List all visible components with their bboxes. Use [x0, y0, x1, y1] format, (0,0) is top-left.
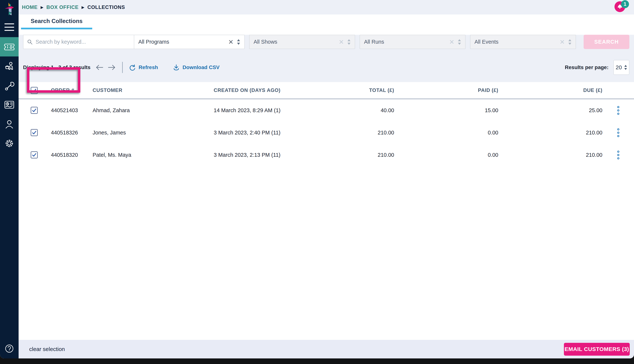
download-icon [173, 64, 180, 71]
created-on: 3 March 2023, 2:13 PM (11) [168, 152, 326, 158]
sidebar-item-reports[interactable] [0, 95, 19, 114]
basket-person-icon [4, 61, 15, 71]
menu-icon[interactable] [5, 24, 14, 31]
clear-icon: ✕ [560, 39, 565, 45]
order-number: 440521403 [45, 107, 92, 114]
app-window: HOME ▶ BOX OFFICE ▶ COLLECTIONS 1 Search… [0, 0, 634, 358]
sidebar [0, 0, 19, 358]
customer-name: Patel, Ms. Maya [92, 152, 168, 158]
sidebar-item-customers[interactable] [0, 114, 19, 134]
toolbar-divider [122, 62, 123, 73]
ticket-icon [4, 42, 15, 51]
paid-amount: 0.00 [394, 130, 498, 136]
breadcrumb-collections: COLLECTIONS [87, 4, 125, 10]
due-amount: 210.00 [498, 130, 602, 136]
check-icon [32, 130, 37, 135]
total-amount: 210.00 [326, 130, 394, 136]
programs-select[interactable]: All Programs ✕ [134, 35, 245, 49]
sidebar-item-box-office[interactable] [0, 37, 19, 56]
collections-table: ORDER # CUSTOMER CREATED ON (DAYS AGO) T… [19, 82, 634, 166]
paid-amount: 15.00 [394, 107, 498, 114]
stepper-icon [347, 39, 351, 45]
reports-icon [4, 100, 15, 109]
check-icon [32, 108, 37, 113]
stepper-icon [458, 39, 461, 45]
due-amount: 210.00 [498, 152, 602, 158]
search-icon [27, 39, 33, 45]
refresh-icon [129, 64, 136, 71]
customer-name: Ahmad, Zahara [92, 107, 168, 114]
row-actions-kebab-icon[interactable] [616, 105, 620, 116]
help-button[interactable] [0, 342, 19, 355]
results-count-text: Displaying 1 - 3 of 3 results [23, 64, 91, 70]
shows-select: All Shows ✕ [249, 35, 355, 49]
total-amount: 40.00 [326, 107, 394, 114]
previous-page-icon[interactable] [95, 64, 104, 70]
search-input[interactable] [36, 39, 130, 45]
order-number: 440518320 [45, 152, 92, 158]
keyword-search-box[interactable] [23, 35, 134, 49]
breadcrumb-separator-icon: ▶ [82, 5, 84, 10]
order-number: 440518326 [45, 130, 92, 136]
column-header-due: DUE (£) [498, 88, 602, 93]
clear-icon: ✕ [339, 39, 344, 45]
stepper-icon [237, 39, 240, 45]
check-icon [32, 88, 37, 93]
filter-section: All Programs ✕ All Shows ✕ All Runs ✕ [19, 35, 634, 82]
gear-icon [4, 138, 14, 148]
table-row[interactable]: 440521403 Ahmad, Zahara 14 March 2023, 8… [19, 99, 634, 122]
breadcrumb-separator-icon: ▶ [41, 5, 43, 10]
stepper-icon [624, 65, 627, 70]
column-header-customer: CUSTOMER [92, 88, 168, 93]
row-actions-kebab-icon[interactable] [616, 127, 620, 138]
download-csv-button[interactable]: Download CSV [173, 64, 220, 71]
runs-select: All Runs ✕ [360, 35, 466, 49]
select-all-checkbox[interactable] [31, 87, 38, 94]
breadcrumb: HOME ▶ BOX OFFICE ▶ COLLECTIONS 1 [19, 0, 634, 14]
notification-badge: 1 [621, 0, 629, 8]
created-on: 14 March 2023, 8:29 AM (1) [168, 107, 326, 114]
column-header-paid: PAID (£) [394, 88, 498, 93]
breadcrumb-home[interactable]: HOME [22, 4, 38, 10]
brand-logo[interactable] [3, 2, 15, 18]
help-icon [5, 344, 14, 354]
sidebar-item-tools[interactable] [0, 76, 19, 95]
column-header-total: TOTAL (£) [326, 88, 394, 93]
refresh-button[interactable]: Refresh [129, 64, 158, 71]
sidebar-item-sales[interactable] [0, 56, 19, 76]
column-header-created: CREATED ON (DAYS AGO) [168, 88, 326, 93]
row-checkbox[interactable] [31, 107, 38, 114]
next-page-icon[interactable] [108, 64, 116, 70]
clear-selection-link[interactable]: clear selection [29, 346, 65, 352]
tab-search-collections[interactable]: Search Collections [21, 14, 92, 29]
sidebar-item-settings[interactable] [0, 134, 19, 153]
search-button[interactable]: SEARCH [584, 35, 629, 49]
breadcrumb-box-office[interactable]: BOX OFFICE [47, 4, 79, 10]
clear-icon[interactable]: ✕ [228, 39, 234, 45]
results-toolbar: Displaying 1 - 3 of 3 results [19, 58, 634, 77]
row-checkbox[interactable] [31, 151, 38, 158]
wrench-icon [4, 80, 14, 90]
table-row[interactable]: 440518326 Jones, James 3 March 2023, 2:4… [19, 122, 634, 144]
column-header-order: ORDER # [45, 88, 92, 93]
row-actions-kebab-icon[interactable] [616, 150, 620, 160]
created-on: 3 March 2023, 2:40 PM (11) [168, 130, 326, 136]
clear-icon: ✕ [449, 39, 455, 45]
person-icon [5, 119, 14, 129]
due-amount: 25.00 [498, 107, 602, 114]
email-customers-button[interactable]: EMAIL CUSTOMERS (3) [564, 343, 630, 356]
selection-action-bar: clear selection EMAIL CUSTOMERS (3) [19, 340, 634, 358]
results-per-page-select[interactable]: 20 [613, 60, 629, 75]
row-checkbox[interactable] [31, 129, 38, 136]
paid-amount: 0.00 [394, 152, 498, 158]
stepper-icon [568, 39, 571, 45]
table-row[interactable]: 440518320 Patel, Ms. Maya 3 March 2023, … [19, 144, 634, 166]
check-icon [32, 152, 37, 158]
results-per-page-label: Results per page: [565, 64, 608, 70]
customer-name: Jones, James [92, 130, 168, 136]
events-select: All Events ✕ [470, 35, 576, 49]
tab-bar: Search Collections [19, 14, 634, 29]
table-body: 440521403 Ahmad, Zahara 14 March 2023, 8… [19, 99, 634, 166]
total-amount: 210.00 [326, 152, 394, 158]
table-header-row: ORDER # CUSTOMER CREATED ON (DAYS AGO) T… [19, 82, 634, 99]
